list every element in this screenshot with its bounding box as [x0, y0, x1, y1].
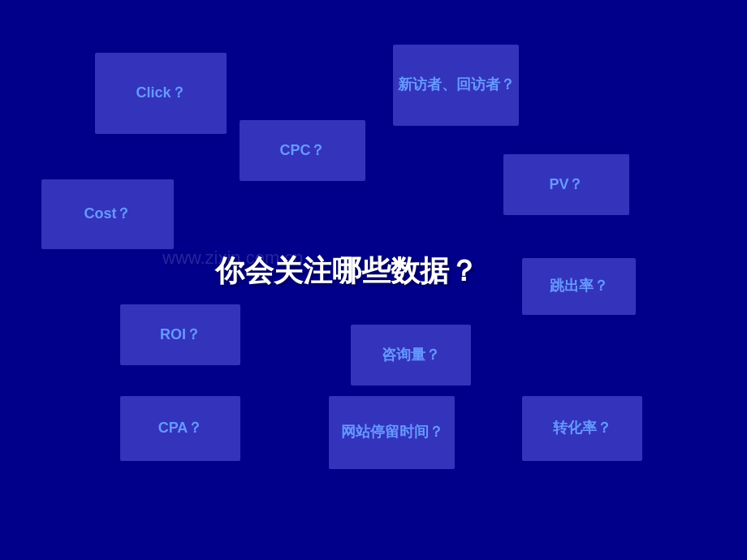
card-conversion: 转化率？ — [522, 396, 642, 461]
card-cpa: CPA？ — [120, 396, 240, 461]
main-title: 你会关注哪些数据？ — [215, 252, 478, 291]
card-new-returning: 新访者、回访者？ — [393, 45, 519, 126]
card-bounce-rate: 跳出率？ — [522, 258, 636, 315]
card-roi: ROI？ — [120, 304, 240, 365]
card-click: Click？ — [95, 53, 227, 134]
card-cpc: CPC？ — [240, 120, 365, 181]
card-inquiry: 咨询量？ — [351, 325, 471, 386]
card-pv: PV？ — [503, 154, 629, 215]
card-stay-time: 网站停留时间？ — [329, 396, 455, 469]
card-cost: Cost？ — [41, 179, 174, 249]
